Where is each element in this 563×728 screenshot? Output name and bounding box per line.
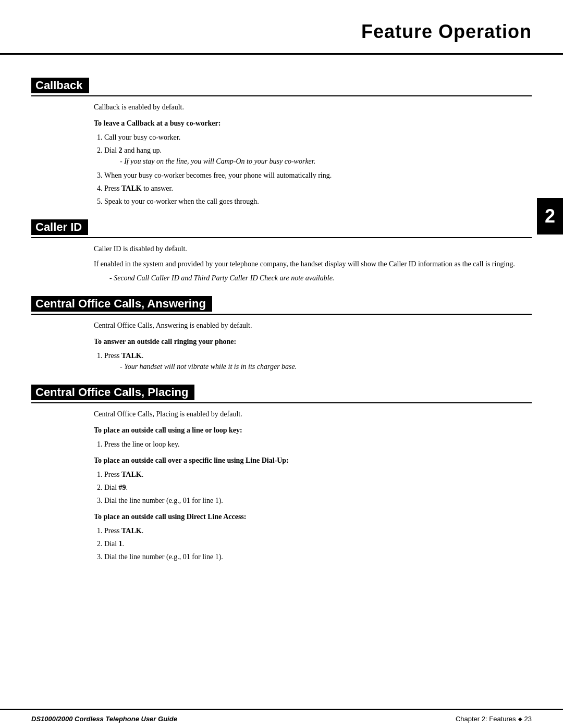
co-placing-dialup-step-1: Press TALK.: [104, 469, 532, 480]
footer-left-text: DS1000/2000 Cordless Telephone User Guid…: [31, 715, 177, 723]
co-answering-title-bar: Central Office Calls, Answering: [31, 296, 532, 315]
callback-step-2-note: If you stay on the line, you will Camp-O…: [120, 156, 532, 167]
callback-title-bar: Callback: [31, 78, 532, 96]
co-placing-dialup-step-3: Dial the line number (e.g., 01 for line …: [104, 495, 532, 506]
co-answering-steps: Press TALK. Your handset will not vibrat…: [104, 350, 532, 372]
co-answering-title: Central Office Calls, Answering: [31, 296, 212, 312]
caller-id-intro: Caller ID is disabled by default.: [94, 243, 532, 254]
footer-page-number: 23: [524, 715, 532, 723]
page-header: Feature Operation: [0, 0, 563, 55]
section-co-answering: Central Office Calls, Answering: [31, 296, 532, 315]
co-answering-note-vibrate: Your handset will not vibrate while it i…: [120, 361, 532, 372]
caller-id-note: Second Call Caller ID and Third Party Ca…: [109, 273, 532, 283]
section-caller-id: Caller ID: [31, 219, 532, 238]
co-answering-body: Central Office Calls, Answering is enabl…: [94, 320, 532, 372]
callback-step-4: Press TALK to answer.: [104, 183, 532, 194]
footer-chapter-label: Chapter 2: Features: [456, 715, 516, 723]
callback-step-3: When your busy co-worker becomes free, y…: [104, 170, 532, 181]
footer-diamond-icon: ◆: [518, 716, 522, 722]
co-placing-intro: Central Office Calls, Placing is enabled…: [94, 409, 532, 419]
co-placing-loop-title: To place an outside call using a line or…: [94, 425, 532, 436]
callback-note-campOn: If you stay on the line, you will Camp-O…: [120, 156, 532, 167]
caller-id-title: Caller ID: [31, 219, 88, 235]
page-container: Feature Operation 2 Callback Callback is…: [0, 0, 563, 728]
caller-id-note-list: Second Call Caller ID and Third Party Ca…: [109, 273, 532, 283]
page-title: Feature Operation: [361, 21, 532, 42]
co-placing-title: Central Office Calls, Placing: [31, 385, 194, 400]
co-answering-subsection-title: To answer an outside call ringing your p…: [94, 336, 532, 347]
caller-id-title-bar: Caller ID: [31, 219, 532, 238]
caller-id-body-text: If enabled in the system and provided by…: [94, 258, 532, 269]
callback-title: Callback: [31, 78, 89, 93]
section-co-placing: Central Office Calls, Placing: [31, 385, 532, 403]
co-placing-dialup-title: To place an outside call over a specific…: [94, 455, 532, 466]
callback-steps: Call your busy co-worker. Dial 2 and han…: [104, 132, 532, 207]
callback-step-5: Speak to your co-worker when the call go…: [104, 196, 532, 207]
co-placing-loop-steps: Press the line or loop key.: [104, 439, 532, 450]
chapter-tab: 2: [537, 198, 563, 235]
main-content: 2 Callback Callback is enabled by defaul…: [0, 55, 563, 578]
callback-body: Callback is enabled by default. To leave…: [94, 102, 532, 207]
callback-intro: Callback is enabled by default.: [94, 102, 532, 113]
callback-step-1: Call your busy co-worker.: [104, 132, 532, 143]
co-placing-direct-step-3: Dial the line number (e.g., 01 for line …: [104, 551, 532, 562]
co-placing-direct-step-1: Press TALK.: [104, 525, 532, 536]
page-footer: DS1000/2000 Cordless Telephone User Guid…: [0, 709, 563, 728]
co-placing-direct-title: To place an outside call using Direct Li…: [94, 511, 532, 522]
chapter-number: 2: [545, 205, 555, 227]
callback-step-2: Dial 2 and hang up. If you stay on the l…: [104, 145, 532, 167]
section-callback: Callback: [31, 78, 532, 96]
co-placing-direct-steps: Press TALK. Dial 1. Dial the line number…: [104, 525, 532, 562]
callback-subsection-title: To leave a Callback at a busy co-worker:: [94, 118, 532, 129]
co-answering-intro: Central Office Calls, Answering is enabl…: [94, 320, 532, 331]
co-placing-direct-step-2: Dial 1.: [104, 538, 532, 549]
co-placing-loop-step-1: Press the line or loop key.: [104, 439, 532, 450]
co-placing-title-bar: Central Office Calls, Placing: [31, 385, 532, 403]
co-placing-dialup-step-2: Dial #9.: [104, 482, 532, 493]
co-answering-step-1: Press TALK. Your handset will not vibrat…: [104, 350, 532, 372]
co-placing-body: Central Office Calls, Placing is enabled…: [94, 409, 532, 562]
caller-id-body: Caller ID is disabled by default. If ena…: [94, 243, 532, 283]
co-answering-step-1-note: Your handset will not vibrate while it i…: [120, 361, 532, 372]
footer-right: Chapter 2: Features ◆ 23: [456, 715, 532, 723]
co-placing-dialup-steps: Press TALK. Dial #9. Dial the line numbe…: [104, 469, 532, 506]
